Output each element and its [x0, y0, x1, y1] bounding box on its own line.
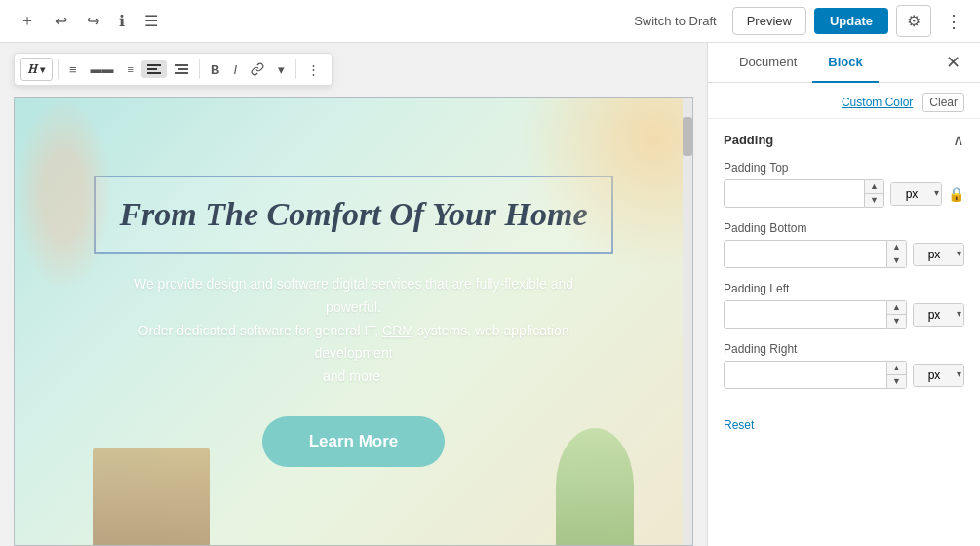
padding-section-header: Padding ∧: [724, 131, 964, 149]
text-style-dropdown[interactable]: ▾: [272, 58, 291, 81]
padding-right-unit-chevron: ▾: [955, 365, 963, 386]
settings-button[interactable]: ⚙: [896, 5, 931, 37]
link-button[interactable]: [245, 58, 270, 80]
description-line3: and more.: [323, 369, 384, 384]
bold-button[interactable]: B: [205, 58, 225, 81]
learn-more-button[interactable]: Learn More: [262, 416, 446, 467]
padding-bottom-spin-down[interactable]: ▼: [887, 254, 906, 267]
scroll-handle[interactable]: [683, 98, 692, 545]
more-block-options-button[interactable]: ⋮: [301, 58, 326, 81]
bg-person-decoration: [15, 98, 112, 292]
padding-right-field: Padding Right ▲ ▼ px%emrem ▾: [724, 342, 964, 389]
padding-right-unit-select[interactable]: px%emrem: [914, 365, 955, 386]
heading-icon: 𝐻: [28, 61, 37, 77]
padding-left-input[interactable]: [724, 300, 887, 329]
sidebar-close-button[interactable]: ✕: [942, 48, 964, 77]
redo-button[interactable]: ↪: [79, 6, 107, 36]
main-area: 𝐻 ▾ ≡ ▬▬ ≡: [0, 43, 980, 546]
crm-link: CRM: [382, 323, 413, 338]
padding-bottom-unit-select[interactable]: px%emrem: [914, 244, 955, 265]
padding-left-unit-wrap: px%emrem ▾: [913, 303, 964, 327]
align-wide-button[interactable]: [141, 60, 167, 78]
padding-bottom-unit-wrap: px%emrem ▾: [913, 243, 964, 266]
padding-bottom-row: ▲ ▼ px%emrem ▾: [724, 240, 964, 268]
bg-plant-decoration: [556, 428, 634, 545]
padding-left-spin-down[interactable]: ▼: [887, 315, 906, 328]
description-line2: Order dedicated software for general IT,…: [138, 323, 569, 362]
padding-top-input-wrap: ▲ ▼: [724, 179, 884, 208]
toolbar-separator-2: [199, 59, 200, 79]
preview-button[interactable]: Preview: [732, 7, 806, 35]
padding-left-spinners: ▲ ▼: [887, 300, 907, 329]
update-button[interactable]: Update: [814, 8, 888, 34]
padding-top-unit-wrap: px%emrem ▾: [890, 182, 942, 206]
padding-right-spinners: ▲ ▼: [887, 361, 907, 389]
padding-left-unit-chevron: ▾: [955, 304, 963, 326]
padding-bottom-field: Padding Bottom ▲ ▼ px%emrem ▾: [724, 221, 964, 268]
reset-link[interactable]: Reset: [708, 414, 980, 436]
padding-section-title: Padding: [724, 133, 773, 147]
padding-bottom-spinners: ▲ ▼: [887, 240, 907, 268]
add-block-button[interactable]: ＋: [12, 5, 43, 37]
padding-right-spin-down[interactable]: ▼: [887, 375, 906, 388]
top-bar-right: Switch to Draft Preview Update ⚙ ⋮: [626, 5, 968, 38]
color-row: Custom Color Clear: [708, 83, 980, 119]
padding-right-input-wrap: ▲ ▼: [724, 361, 907, 389]
padding-left-spin-up[interactable]: ▲: [887, 301, 906, 315]
padding-right-input[interactable]: [724, 361, 887, 389]
more-options-button[interactable]: ⋮: [939, 5, 968, 38]
padding-top-spinners: ▲ ▼: [865, 179, 884, 208]
editor-area: 𝐻 ▾ ≡ ▬▬ ≡: [0, 43, 707, 546]
padding-left-field: Padding Left ▲ ▼ px%emrem ▾: [724, 282, 964, 329]
heading-chevron: ▾: [40, 64, 45, 75]
padding-top-spin-down[interactable]: ▼: [865, 194, 883, 207]
padding-bottom-label: Padding Bottom: [724, 221, 964, 235]
tab-block[interactable]: Block: [812, 43, 878, 83]
padding-left-input-wrap: ▲ ▼: [724, 300, 907, 329]
clear-button[interactable]: Clear: [922, 93, 964, 112]
block-list-button[interactable]: ☰: [137, 6, 166, 36]
padding-top-row: ▲ ▼ px%emrem ▾ 🔒: [724, 179, 964, 208]
top-bar-left: ＋ ↩ ↪ ℹ ☰: [12, 5, 166, 37]
italic-button[interactable]: I: [227, 58, 243, 81]
padding-right-row: ▲ ▼ px%emrem ▾: [724, 361, 964, 389]
padding-left-label: Padding Left: [724, 282, 964, 295]
toolbar-separator-1: [58, 59, 59, 79]
scroll-thumb[interactable]: [683, 117, 692, 156]
padding-top-unit-chevron: ▾: [932, 183, 941, 205]
bg-books-decoration: [93, 448, 210, 545]
hero-section: From The Comfort Of Your Home We provide…: [15, 98, 692, 545]
padding-section: Padding ∧ Padding Top ▲ ▼: [708, 119, 980, 414]
padding-left-row: ▲ ▼ px%emrem ▾: [724, 300, 964, 329]
switch-to-draft-button[interactable]: Switch to Draft: [626, 8, 725, 34]
align-center-button[interactable]: ▬▬: [85, 58, 120, 80]
custom-color-link[interactable]: Custom Color: [842, 96, 913, 109]
align-left-button[interactable]: ≡: [63, 58, 83, 81]
right-sidebar: Document Block ✕ Custom Color Clear Padd…: [707, 43, 980, 546]
padding-left-unit-select[interactable]: px%emrem: [914, 304, 955, 326]
bg-lamp-decoration: [497, 98, 692, 292]
sidebar-tabs: Document Block ✕: [708, 43, 980, 83]
padding-right-label: Padding Right: [724, 342, 964, 356]
block-toolbar: 𝐻 ▾ ≡ ▬▬ ≡: [14, 53, 333, 86]
padding-top-label: Padding Top: [724, 161, 964, 175]
padding-section-toggle[interactable]: ∧: [953, 131, 964, 149]
heading-type-selector[interactable]: 𝐻 ▾: [20, 58, 53, 81]
padding-bottom-input[interactable]: [724, 240, 887, 268]
padding-bottom-input-wrap: ▲ ▼: [724, 240, 907, 268]
undo-button[interactable]: ↩: [47, 6, 75, 36]
padding-bottom-unit-chevron: ▾: [955, 244, 963, 265]
hero-content-block: From The Comfort Of Your Home We provide…: [14, 97, 693, 546]
padding-right-spin-up[interactable]: ▲: [887, 362, 906, 375]
align-justify-button[interactable]: ≡: [122, 59, 139, 79]
top-bar: ＋ ↩ ↪ ℹ ☰ Switch to Draft Preview Update…: [0, 0, 980, 43]
tab-document[interactable]: Document: [724, 43, 812, 83]
padding-lock-icon[interactable]: 🔒: [948, 186, 964, 202]
padding-top-unit-select[interactable]: px%emrem: [891, 183, 932, 205]
padding-top-field: Padding Top ▲ ▼ px%emrem ▾: [724, 161, 964, 208]
padding-top-input[interactable]: [724, 179, 865, 208]
info-button[interactable]: ℹ: [111, 6, 133, 36]
padding-top-spin-up[interactable]: ▲: [865, 180, 883, 194]
align-right-button[interactable]: [169, 60, 194, 78]
padding-bottom-spin-up[interactable]: ▲: [887, 241, 906, 254]
